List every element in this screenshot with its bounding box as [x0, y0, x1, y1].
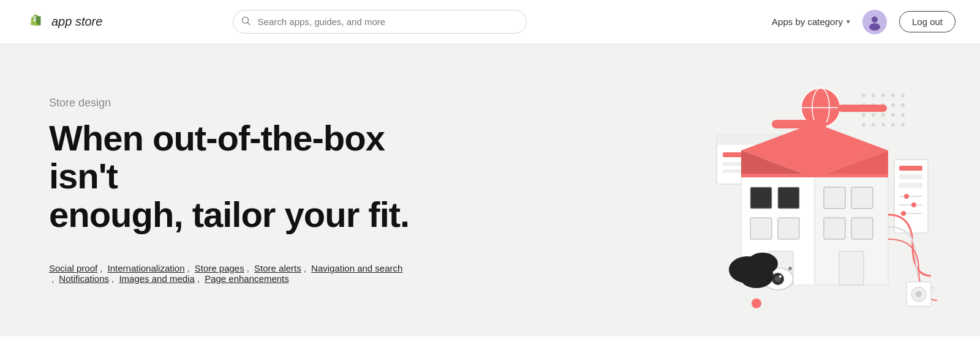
svg-point-58: [911, 202, 916, 207]
svg-point-13: [891, 103, 895, 107]
hero-illustration: [686, 62, 943, 319]
hero-category-label: Store design: [49, 97, 417, 109]
apps-by-category-menu[interactable]: Apps by category ▾: [772, 17, 850, 27]
search-icon: [241, 16, 251, 28]
chevron-down-icon: ▾: [846, 18, 850, 26]
svg-point-19: [901, 113, 905, 117]
hero-link-store-pages[interactable]: Store pages: [195, 263, 244, 273]
hero-text-block: Store design When out-of-the-box isn't e…: [49, 97, 417, 284]
svg-point-21: [872, 123, 875, 127]
svg-point-4: [869, 23, 880, 31]
svg-point-67: [779, 275, 782, 278]
svg-point-8: [891, 94, 895, 97]
apps-by-category-label: Apps by category: [772, 17, 843, 27]
svg-point-60: [901, 211, 906, 216]
store-illustration-svg: [686, 62, 943, 319]
svg-point-24: [901, 123, 905, 127]
svg-point-22: [881, 123, 885, 127]
svg-rect-48: [851, 218, 873, 239]
search-input[interactable]: [233, 10, 527, 34]
svg-point-15: [862, 113, 865, 117]
user-avatar[interactable]: [862, 10, 887, 34]
svg-rect-72: [772, 120, 827, 128]
svg-point-71: [739, 264, 774, 288]
svg-point-14: [901, 103, 905, 107]
svg-rect-40: [778, 187, 799, 209]
logo-text: app store: [51, 15, 102, 29]
svg-point-7: [881, 94, 885, 97]
svg-point-3: [872, 17, 878, 23]
user-icon: [866, 13, 883, 31]
svg-rect-47: [824, 218, 845, 239]
svg-rect-46: [851, 187, 873, 209]
hero-link-social-proof[interactable]: Social proof: [49, 263, 97, 273]
logout-button[interactable]: Log out: [899, 11, 956, 32]
svg-rect-42: [778, 218, 799, 239]
svg-point-23: [891, 123, 895, 127]
svg-point-44: [788, 267, 792, 270]
svg-point-56: [904, 194, 909, 199]
svg-rect-45: [824, 187, 845, 209]
hero-section: Store design When out-of-the-box isn't e…: [0, 44, 980, 336]
nav-right: Apps by category ▾ Log out: [772, 10, 956, 34]
svg-point-9: [901, 94, 905, 97]
hero-link-notifications[interactable]: Notifications: [59, 273, 109, 284]
svg-rect-41: [750, 218, 772, 239]
hero-link-page-enhancements[interactable]: Page enhancements: [205, 273, 289, 284]
svg-rect-39: [750, 187, 772, 209]
hero-link-store-alerts[interactable]: Store alerts: [254, 263, 301, 273]
svg-point-16: [872, 113, 875, 117]
svg-rect-49: [839, 251, 864, 285]
svg-point-68: [752, 298, 761, 308]
search-bar[interactable]: [233, 10, 527, 34]
shopify-logo-icon: [24, 11, 47, 33]
svg-point-63: [916, 291, 922, 297]
svg-rect-54: [899, 183, 922, 188]
hero-headline: When out-of-the-box isn't enough, tailor…: [49, 119, 417, 234]
logo-area[interactable]: app store: [24, 11, 102, 33]
svg-rect-52: [899, 166, 922, 171]
svg-line-2: [247, 23, 250, 25]
hero-link-navigation-search[interactable]: Navigation and search: [311, 263, 402, 273]
svg-point-18: [891, 113, 895, 117]
svg-point-5: [862, 94, 865, 97]
svg-point-17: [881, 113, 885, 117]
svg-rect-50: [741, 174, 888, 177]
header: app store Apps by category ▾ Log out: [0, 0, 980, 44]
svg-point-20: [862, 123, 865, 127]
hero-links-list: Social proof, Internationalization, Stor…: [49, 263, 404, 284]
svg-point-6: [872, 94, 875, 97]
hero-link-internationalization[interactable]: Internationalization: [108, 263, 185, 273]
hero-link-images-media[interactable]: Images and media: [119, 273, 194, 284]
svg-rect-53: [899, 174, 922, 179]
svg-rect-28: [838, 105, 887, 112]
